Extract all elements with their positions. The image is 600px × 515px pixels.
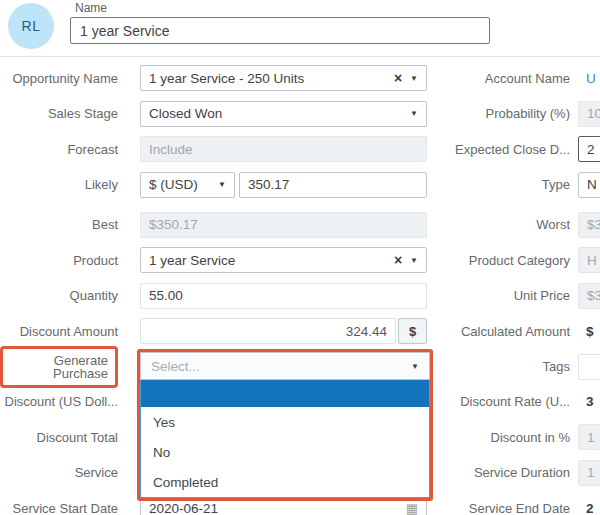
field-label: Worst <box>427 217 570 232</box>
service-end-date-value: 2 <box>578 501 594 515</box>
name-field-label: Name <box>75 1 107 15</box>
field-label: Discount Rate (U... <box>427 394 570 409</box>
generate-purchase-dropdown[interactable]: Select... ▼ <box>140 352 430 380</box>
form-row: Forecast Include Expected Close D... 2 <box>0 135 600 163</box>
worst-field: $3 <box>578 212 600 238</box>
discount-rate-value: 3 <box>578 394 594 409</box>
unit-price-field: $3 <box>578 283 600 309</box>
dropdown-option-list: Yes No Completed <box>140 380 430 498</box>
form-row: Likely $ (USD) ▼ 350.17 Type N <box>0 171 600 199</box>
service-duration-field: 1 <box>578 460 600 486</box>
annotation-highlight: Generate Purchase <box>0 346 118 388</box>
field-label: Sales Stage <box>0 106 140 121</box>
likely-amount-input[interactable]: 350.17 <box>239 172 427 198</box>
opportunity-name-value: 1 year Service - 250 Units <box>149 71 386 86</box>
name-input[interactable]: 1 year Service <box>70 17 490 44</box>
field-label: Forecast <box>0 142 140 157</box>
dropdown-option-completed[interactable]: Completed <box>141 467 429 497</box>
field-label: Account Name <box>427 71 570 86</box>
currency-value: $ (USD) <box>149 177 210 192</box>
quantity-input[interactable]: 55.00 <box>140 283 427 309</box>
type-field[interactable]: N <box>578 172 600 198</box>
field-label: Product Category <box>427 253 570 268</box>
product-combobox[interactable]: 1 year Service × ▼ <box>140 247 427 273</box>
field-label: Discount (US Doll... <box>0 394 140 409</box>
field-label: Opportunity Name <box>0 71 140 86</box>
field-label: Discount Total <box>0 430 140 445</box>
dropdown-placeholder: Select... <box>151 359 403 374</box>
tags-input[interactable] <box>578 354 600 380</box>
annotation-highlight-dropdown: Select... ▼ Yes No Completed <box>137 349 433 501</box>
clear-icon[interactable]: × <box>394 70 402 86</box>
dropdown-option-yes[interactable]: Yes <box>141 407 429 437</box>
field-label: Probability (%) <box>427 106 570 121</box>
field-label: Service Start Date <box>0 501 140 515</box>
calculated-amount-value: $ <box>578 324 594 339</box>
field-label: Service Duration <box>427 465 570 480</box>
caret-down-icon[interactable]: ▼ <box>218 180 226 189</box>
best-field: $350.17 <box>140 212 427 238</box>
form-row: Product 1 year Service × ▼ Product Categ… <box>0 246 600 274</box>
discount-in-percent-field: 1 <box>578 424 600 450</box>
form-row: Discount Amount 324.44 $ Calculated Amou… <box>0 317 600 345</box>
field-label: Likely <box>0 177 140 192</box>
caret-down-icon[interactable]: ▼ <box>410 74 418 83</box>
product-category-field: H <box>578 247 600 273</box>
field-label: Unit Price <box>427 288 570 303</box>
field-label: Service <box>0 465 140 480</box>
product-value: 1 year Service <box>149 253 386 268</box>
field-label: Generate Purchase <box>53 353 108 381</box>
dropdown-option-blank[interactable] <box>141 380 429 407</box>
field-label: Expected Close D... <box>427 142 570 157</box>
field-label: Calculated Amount <box>427 324 570 339</box>
field-label: Product <box>0 253 140 268</box>
discount-amount-currency-addon[interactable]: $ <box>398 318 427 344</box>
discount-amount-input[interactable]: 324.44 <box>140 318 396 344</box>
opportunity-name-combobox[interactable]: 1 year Service - 250 Units × ▼ <box>140 65 427 91</box>
field-label: Best <box>0 217 140 232</box>
forecast-field: Include <box>140 136 427 162</box>
record-header: RL Name 1 year Service <box>0 0 600 57</box>
dropdown-option-no[interactable]: No <box>141 437 429 467</box>
sales-stage-select[interactable]: Closed Won ▼ <box>140 101 427 127</box>
form-row: Opportunity Name 1 year Service - 250 Un… <box>0 64 600 92</box>
field-label: Discount Amount <box>0 324 140 339</box>
caret-down-icon[interactable]: ▼ <box>410 109 418 118</box>
clear-icon[interactable]: × <box>394 252 402 268</box>
field-label: Service End Date <box>427 501 570 515</box>
field-label: Tags <box>427 359 570 374</box>
field-label: Discount in % <box>427 430 570 445</box>
account-name-link[interactable]: U <box>578 71 596 86</box>
caret-down-icon[interactable]: ▼ <box>410 256 418 265</box>
form-row: Best $350.17 Worst $3 <box>0 211 600 239</box>
expected-close-date-field[interactable]: 2 <box>578 136 600 162</box>
service-start-date-value: 2020-06-21 <box>149 501 398 515</box>
sales-stage-value: Closed Won <box>149 106 402 121</box>
avatar: RL <box>8 3 54 49</box>
probability-field: 10 <box>578 101 600 127</box>
likely-currency-select[interactable]: $ (USD) ▼ <box>140 172 235 198</box>
field-label: Quantity <box>0 288 140 303</box>
caret-down-icon[interactable]: ▼ <box>411 362 419 371</box>
field-label: Type <box>427 177 570 192</box>
form-row: Sales Stage Closed Won ▼ Probability (%)… <box>0 100 600 128</box>
calendar-icon[interactable]: ▦ <box>406 501 418 515</box>
form-row: Quantity 55.00 Unit Price $3 <box>0 282 600 310</box>
